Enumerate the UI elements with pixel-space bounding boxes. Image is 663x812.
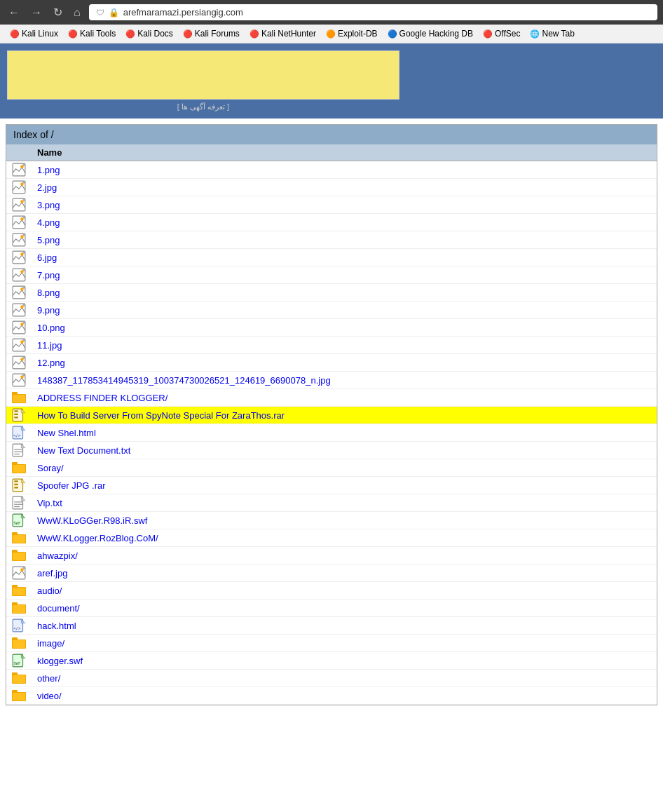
bookmark-offsec[interactable]: 🔴 OffSec: [479, 27, 524, 40]
bookmark-kali-docs[interactable]: 🔴 Kali Docs: [121, 27, 177, 40]
table-row: aref.jpg: [6, 564, 657, 582]
svg-text:SWF: SWF: [13, 521, 21, 525]
bookmark-exploit-db[interactable]: 🟠 Exploit-DB: [322, 27, 382, 40]
url-domain: .persiangig.com: [179, 7, 243, 18]
svg-rect-30: [14, 410, 18, 412]
bookmark-google-hacking-db[interactable]: 🔵 Google Hacking DB: [383, 27, 477, 40]
bookmark-kali-nethunter[interactable]: 🔴 Kali NetHunter: [245, 27, 320, 40]
table-row: image/: [6, 635, 657, 652]
table-row: ADDRESS FINDER KLOGGER/: [6, 389, 657, 407]
file-icon-cell: [6, 337, 32, 354]
file-link[interactable]: hack.html: [37, 621, 76, 631]
file-link[interactable]: 4.png: [37, 217, 60, 228]
file-link[interactable]: 148387_117853414945319_100374730026521_1…: [37, 375, 331, 386]
file-icon-cell: [6, 231, 32, 249]
file-icon-cell: [6, 582, 32, 600]
icon-column-header: [6, 144, 32, 161]
svg-text:SWF: SWF: [13, 661, 21, 665]
file-icon-cell: [6, 407, 32, 424]
reload-button[interactable]: ↻: [50, 4, 65, 20]
bookmark-label: Kali Tools: [80, 29, 116, 39]
file-link[interactable]: video/: [37, 691, 62, 701]
address-bar[interactable]: 🛡 🔒 arefmaramazi.persiangig.com: [89, 4, 657, 20]
file-name-cell: 148387_117853414945319_100374730026521_1…: [32, 372, 657, 389]
file-link[interactable]: 1.png: [37, 165, 60, 175]
bookmark-new-tab[interactable]: 🌐 New Tab: [526, 27, 578, 40]
file-name-cell: 5.png: [32, 231, 657, 249]
bookmark-kali-linux[interactable]: 🔴 Kali Linux: [6, 27, 62, 40]
file-name-cell: Vip.txt: [32, 494, 657, 512]
file-link[interactable]: image/: [37, 638, 64, 649]
file-link[interactable]: Spoofer JPG .rar: [37, 480, 106, 491]
svg-rect-54: [13, 535, 25, 543]
file-link[interactable]: audio/: [37, 586, 62, 596]
file-name-cell: 4.png: [32, 214, 657, 231]
file-link[interactable]: 6.jpg: [37, 252, 57, 263]
file-icon-cell: [6, 635, 32, 652]
bookmark-label: Exploit-DB: [338, 29, 378, 39]
bookmark-kali-forums[interactable]: 🔴 Kali Forums: [179, 27, 244, 40]
table-row: 1.png: [6, 161, 657, 179]
file-name-cell: 1.png: [32, 161, 657, 179]
svg-rect-43: [14, 480, 18, 482]
svg-rect-57: [13, 553, 25, 560]
file-link[interactable]: document/: [37, 603, 80, 614]
file-link[interactable]: New Shel.html: [37, 428, 96, 438]
file-link[interactable]: Vip.txt: [37, 498, 62, 508]
file-link[interactable]: Soray/: [37, 463, 64, 473]
file-icon-cell: [6, 284, 32, 302]
kali-tools-icon: 🔴: [68, 29, 78, 39]
svg-rect-41: [13, 465, 25, 473]
table-row: 4.png: [6, 214, 657, 231]
file-icon-cell: [6, 214, 32, 231]
table-row: ahwazpix/: [6, 547, 657, 564]
file-link[interactable]: other/: [37, 673, 60, 684]
file-name-cell: 11.jpg: [32, 337, 657, 354]
bookmark-label: Kali Docs: [137, 29, 173, 39]
file-icon-cell: [6, 179, 32, 196]
back-button[interactable]: ←: [6, 5, 22, 20]
directory-title: Index of /: [6, 125, 657, 144]
name-column-header: Name: [32, 144, 657, 161]
file-link[interactable]: 10.png: [37, 323, 65, 333]
file-link[interactable]: WwW.KLogger.RozBlog.CoM/: [37, 533, 158, 543]
file-link[interactable]: ahwazpix/: [37, 550, 78, 561]
new-tab-icon: 🌐: [530, 29, 540, 39]
file-link[interactable]: WwW.KLoGGer.R98.iR.swf: [37, 515, 147, 526]
bookmark-label: Kali NetHunter: [261, 29, 316, 39]
file-link[interactable]: New Text Document.txt: [37, 445, 130, 456]
bookmark-label: Kali Forums: [195, 29, 240, 39]
forward-button[interactable]: →: [28, 5, 45, 20]
file-link[interactable]: klogger.swf: [37, 656, 83, 666]
file-link[interactable]: 8.png: [37, 287, 60, 298]
table-row: Spoofer JPG .rar: [6, 477, 657, 494]
file-link[interactable]: 5.png: [37, 235, 60, 245]
file-link[interactable]: 11.jpg: [37, 340, 62, 351]
bookmark-label: New Tab: [542, 29, 574, 39]
file-link[interactable]: ADDRESS FINDER KLOGGER/: [37, 393, 168, 403]
file-name-cell: image/: [32, 635, 657, 652]
ad-banner[interactable]: [7, 50, 399, 100]
file-name-cell: Soray/: [32, 459, 657, 477]
file-link[interactable]: 12.png: [37, 358, 65, 368]
file-icon-cell: [6, 266, 32, 284]
ad-label: [ تعرفه آگهی ها ]: [7, 102, 399, 111]
bookmark-kali-tools[interactable]: 🔴 Kali Tools: [64, 27, 120, 40]
kali-forums-icon: 🔴: [183, 29, 193, 39]
table-row: Soray/: [6, 459, 657, 477]
browser-chrome: ← → ↻ ⌂ 🛡 🔒 arefmaramazi.persiangig.com: [0, 0, 663, 25]
file-link[interactable]: 2.jpg: [37, 182, 57, 193]
svg-rect-75: [13, 675, 25, 683]
table-row: 7.png: [6, 266, 657, 284]
home-button[interactable]: ⌂: [71, 5, 83, 20]
table-row: document/: [6, 600, 657, 617]
file-link[interactable]: How To Build Server From SpyNote Special…: [37, 410, 285, 421]
file-name-cell: 2.jpg: [32, 179, 657, 196]
table-row: 3.png: [6, 196, 657, 214]
file-link[interactable]: 3.png: [37, 200, 60, 210]
file-icon-cell: [6, 442, 32, 459]
file-link[interactable]: 7.png: [37, 270, 60, 280]
table-row: 12.png: [6, 354, 657, 372]
file-link[interactable]: 9.png: [37, 305, 60, 316]
file-link[interactable]: aref.jpg: [37, 568, 67, 578]
